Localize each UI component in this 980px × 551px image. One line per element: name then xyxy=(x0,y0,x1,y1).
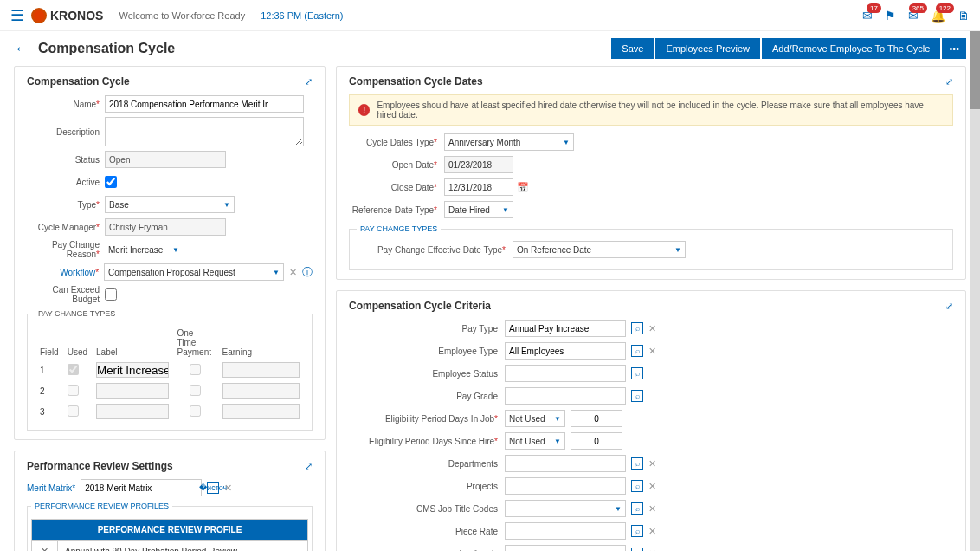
time-text[interactable]: 12:36 PM (Eastern) xyxy=(261,10,343,21)
workflow-select[interactable]: Compensation Proposal Request▼ xyxy=(104,263,284,281)
flag-icon[interactable]: ⚑ xyxy=(885,9,896,23)
active-checkbox[interactable] xyxy=(105,176,117,188)
expand-icon[interactable]: ⤢ xyxy=(305,76,313,88)
eligjob-select[interactable]: Not Used▼ xyxy=(505,410,565,427)
empstatus-label: Employee Status xyxy=(349,369,505,379)
mgr-label: Cycle Manager xyxy=(27,223,105,232)
piece-label: Piece Rate xyxy=(349,527,505,536)
type-select[interactable]: Base▼ xyxy=(105,196,235,213)
paytype-input[interactable] xyxy=(505,320,626,337)
exceed-label: Can Exceed Budget xyxy=(27,285,105,304)
clear-icon[interactable]: ✕ xyxy=(648,503,656,515)
elighire-select[interactable]: Not Used▼ xyxy=(505,432,565,450)
used-checkbox xyxy=(68,385,79,396)
clear-icon[interactable]: ✕ xyxy=(648,481,656,492)
lookup-icon[interactable]: ⌕ xyxy=(631,390,643,402)
preview-button[interactable]: Employees Preview xyxy=(655,38,760,59)
name-input[interactable] xyxy=(105,95,304,113)
clear-icon[interactable]: ✕ xyxy=(648,323,656,334)
close-date[interactable]: 12/31/2018 xyxy=(444,178,513,196)
merit-label[interactable]: Merit Matrix* xyxy=(27,483,75,493)
clear-icon[interactable]: ✕ xyxy=(648,458,656,470)
profile-table-head: PERFORMANCE REVIEW PROFILE xyxy=(32,520,307,540)
clear-icon[interactable]: ✕ xyxy=(648,526,656,537)
merit-lookup-icon[interactable]: �источ xyxy=(207,482,219,494)
cdt-select[interactable]: Anniversary Month▼ xyxy=(444,133,574,151)
status-label: Status xyxy=(27,155,105,165)
exceed-checkbox[interactable] xyxy=(105,288,117,301)
top-icons: ✉17 ⚑ ✉365 🔔122 🗎 xyxy=(862,9,970,23)
reason-select[interactable]: Merit Increase▼ xyxy=(105,241,183,258)
open-label: Open Date xyxy=(349,160,444,170)
scrollbar[interactable] xyxy=(970,31,980,551)
earning-input[interactable] xyxy=(222,383,300,399)
paychange-legend: PAY CHANGE TYPES xyxy=(35,309,119,318)
workflow-info-icon[interactable]: ⓘ xyxy=(302,265,313,280)
scrollbar-thumb[interactable] xyxy=(970,31,980,109)
addremove-button[interactable]: Add/Remove Employee To The Cycle xyxy=(762,38,940,59)
ref-select[interactable]: Date Hired▼ xyxy=(444,201,513,218)
name-label: Name xyxy=(27,100,105,109)
lookup-icon[interactable]: ⌕ xyxy=(631,480,643,492)
doc-icon[interactable]: 🗎 xyxy=(957,9,970,23)
menu-icon[interactable]: ☰ xyxy=(10,6,24,25)
top-bar: ☰ KRONOS Welcome to Workforce Ready 12:3… xyxy=(0,0,980,31)
desc-label: Description xyxy=(27,127,105,137)
mail-icon[interactable]: ✉17 xyxy=(862,9,873,23)
dept-input[interactable] xyxy=(505,455,626,472)
lookup-icon[interactable]: ⌕ xyxy=(631,457,643,470)
expand-icon[interactable]: ⤢ xyxy=(945,76,953,88)
table-row: 1 xyxy=(36,360,303,379)
lookup-icon[interactable]: ⌕ xyxy=(631,345,643,357)
alert-banner: ! Employees should have at least specifi… xyxy=(349,94,953,126)
bell-icon[interactable]: 🔔122 xyxy=(931,9,945,23)
earning-input[interactable] xyxy=(222,404,300,419)
label-input[interactable] xyxy=(96,383,168,399)
profile-table: PERFORMANCE REVIEW PROFILE ✕ Annual with… xyxy=(31,519,308,551)
status-input xyxy=(105,151,226,168)
label-input[interactable] xyxy=(96,362,168,378)
merit-input[interactable] xyxy=(81,479,202,496)
lookup-icon[interactable]: ⌕ xyxy=(631,525,643,537)
eff-select[interactable]: On Reference Date▼ xyxy=(513,241,686,258)
eligjob-num[interactable] xyxy=(571,410,622,427)
profile-remove-icon[interactable]: ✕ xyxy=(32,541,58,551)
mail2-icon[interactable]: ✉365 xyxy=(908,9,919,23)
lookup-icon[interactable]: ⌕ xyxy=(631,367,643,379)
calendar-icon[interactable]: 📅 xyxy=(517,182,529,193)
back-arrow-icon[interactable]: ← xyxy=(14,40,29,58)
save-button[interactable]: Save xyxy=(611,38,654,59)
expand-icon[interactable]: ⤢ xyxy=(945,301,953,312)
action-bar: Save Employees Preview Add/Remove Employ… xyxy=(611,38,966,59)
piece-input[interactable] xyxy=(505,522,626,540)
earning-input[interactable] xyxy=(222,362,300,378)
appl-input[interactable] xyxy=(505,545,626,551)
open-date: 01/23/2018 xyxy=(444,156,513,173)
workflow-clear-icon[interactable]: ✕ xyxy=(289,267,297,278)
merit-clear-icon[interactable]: ✕ xyxy=(224,483,232,494)
emptype-input[interactable] xyxy=(505,342,626,360)
desc-input[interactable] xyxy=(105,117,304,146)
eligjob-label: Eligibility Period Days In Job xyxy=(349,414,505,424)
workflow-label[interactable]: Workflow xyxy=(27,268,104,277)
used-checkbox xyxy=(68,405,79,417)
expand-icon[interactable]: ⤢ xyxy=(305,461,313,472)
label-input[interactable] xyxy=(96,404,168,419)
mail-badge: 17 xyxy=(867,3,881,13)
mail2-badge: 365 xyxy=(909,3,927,13)
lookup-icon[interactable]: ⌕ xyxy=(631,548,643,551)
paychange-table: Field Used Label One Time Payment Earnin… xyxy=(35,325,305,423)
clear-icon[interactable]: ✕ xyxy=(648,346,656,357)
empstatus-input[interactable] xyxy=(505,365,626,382)
cdt-label: Cycle Dates Type xyxy=(349,138,444,147)
more-actions-button[interactable]: ••• xyxy=(942,38,966,59)
clear-icon[interactable]: ✕ xyxy=(648,548,656,552)
lookup-icon[interactable]: ⌕ xyxy=(631,502,643,515)
elighire-num[interactable] xyxy=(571,432,622,450)
close-label: Close Date xyxy=(349,183,444,192)
paygrade-input[interactable] xyxy=(505,387,626,405)
cms-select[interactable]: ▼ xyxy=(505,500,626,517)
logo-text: KRONOS xyxy=(50,9,103,23)
lookup-icon[interactable]: ⌕ xyxy=(631,322,643,334)
proj-input[interactable] xyxy=(505,477,626,495)
